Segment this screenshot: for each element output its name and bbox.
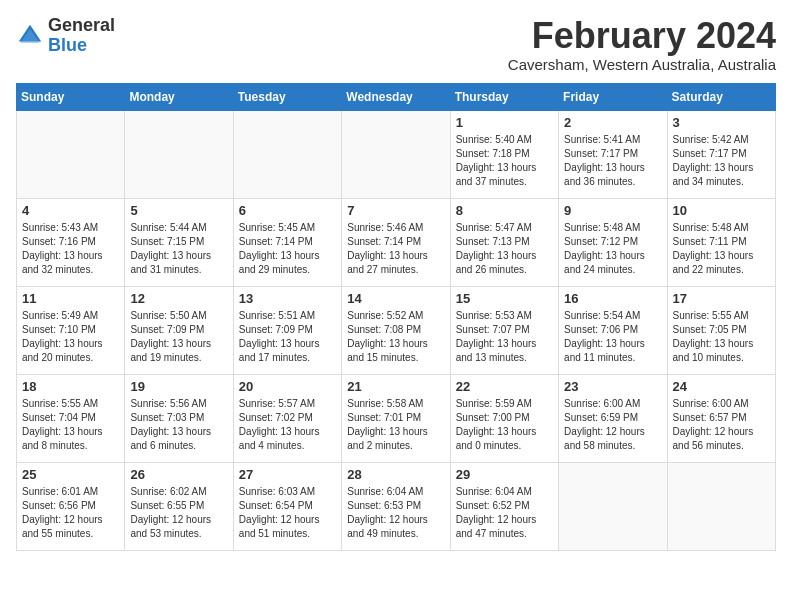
- day-number: 21: [347, 379, 444, 394]
- day-number: 22: [456, 379, 553, 394]
- calendar-cell: 8Sunrise: 5:47 AMSunset: 7:13 PMDaylight…: [450, 198, 558, 286]
- weekday-header-sunday: Sunday: [17, 83, 125, 110]
- week-row-2: 4Sunrise: 5:43 AMSunset: 7:16 PMDaylight…: [17, 198, 776, 286]
- calendar-cell: 2Sunrise: 5:41 AMSunset: 7:17 PMDaylight…: [559, 110, 667, 198]
- week-row-5: 25Sunrise: 6:01 AMSunset: 6:56 PMDayligh…: [17, 462, 776, 550]
- calendar-cell: 3Sunrise: 5:42 AMSunset: 7:17 PMDaylight…: [667, 110, 775, 198]
- day-detail: Sunrise: 5:55 AMSunset: 7:05 PMDaylight:…: [673, 309, 770, 365]
- calendar-cell: [342, 110, 450, 198]
- day-detail: Sunrise: 5:50 AMSunset: 7:09 PMDaylight:…: [130, 309, 227, 365]
- calendar-cell: 26Sunrise: 6:02 AMSunset: 6:55 PMDayligh…: [125, 462, 233, 550]
- day-detail: Sunrise: 5:41 AMSunset: 7:17 PMDaylight:…: [564, 133, 661, 189]
- day-number: 13: [239, 291, 336, 306]
- calendar-cell: 6Sunrise: 5:45 AMSunset: 7:14 PMDaylight…: [233, 198, 341, 286]
- calendar-table: SundayMondayTuesdayWednesdayThursdayFrid…: [16, 83, 776, 551]
- calendar-cell: 22Sunrise: 5:59 AMSunset: 7:00 PMDayligh…: [450, 374, 558, 462]
- day-number: 16: [564, 291, 661, 306]
- day-number: 26: [130, 467, 227, 482]
- day-detail: Sunrise: 5:56 AMSunset: 7:03 PMDaylight:…: [130, 397, 227, 453]
- calendar-cell: 4Sunrise: 5:43 AMSunset: 7:16 PMDaylight…: [17, 198, 125, 286]
- day-number: 3: [673, 115, 770, 130]
- location-text: Caversham, Western Australia, Australia: [508, 56, 776, 73]
- day-number: 27: [239, 467, 336, 482]
- calendar-cell: [667, 462, 775, 550]
- calendar-cell: [17, 110, 125, 198]
- logo-general-text: General: [48, 15, 115, 35]
- calendar-cell: [125, 110, 233, 198]
- day-number: 29: [456, 467, 553, 482]
- day-detail: Sunrise: 5:47 AMSunset: 7:13 PMDaylight:…: [456, 221, 553, 277]
- day-number: 28: [347, 467, 444, 482]
- page-header: General Blue February 2024 Caversham, We…: [16, 16, 776, 73]
- day-number: 4: [22, 203, 119, 218]
- day-number: 1: [456, 115, 553, 130]
- calendar-cell: 24Sunrise: 6:00 AMSunset: 6:57 PMDayligh…: [667, 374, 775, 462]
- day-detail: Sunrise: 5:51 AMSunset: 7:09 PMDaylight:…: [239, 309, 336, 365]
- day-number: 25: [22, 467, 119, 482]
- day-detail: Sunrise: 5:40 AMSunset: 7:18 PMDaylight:…: [456, 133, 553, 189]
- day-detail: Sunrise: 5:59 AMSunset: 7:00 PMDaylight:…: [456, 397, 553, 453]
- day-detail: Sunrise: 6:04 AMSunset: 6:52 PMDaylight:…: [456, 485, 553, 541]
- day-detail: Sunrise: 6:03 AMSunset: 6:54 PMDaylight:…: [239, 485, 336, 541]
- day-detail: Sunrise: 5:48 AMSunset: 7:12 PMDaylight:…: [564, 221, 661, 277]
- calendar-cell: [233, 110, 341, 198]
- weekday-header-thursday: Thursday: [450, 83, 558, 110]
- header-row: SundayMondayTuesdayWednesdayThursdayFrid…: [17, 83, 776, 110]
- title-block: February 2024 Caversham, Western Austral…: [508, 16, 776, 73]
- day-number: 17: [673, 291, 770, 306]
- calendar-cell: 25Sunrise: 6:01 AMSunset: 6:56 PMDayligh…: [17, 462, 125, 550]
- calendar-cell: 17Sunrise: 5:55 AMSunset: 7:05 PMDayligh…: [667, 286, 775, 374]
- day-detail: Sunrise: 5:52 AMSunset: 7:08 PMDaylight:…: [347, 309, 444, 365]
- day-number: 5: [130, 203, 227, 218]
- calendar-cell: 10Sunrise: 5:48 AMSunset: 7:11 PMDayligh…: [667, 198, 775, 286]
- week-row-1: 1Sunrise: 5:40 AMSunset: 7:18 PMDaylight…: [17, 110, 776, 198]
- day-detail: Sunrise: 5:55 AMSunset: 7:04 PMDaylight:…: [22, 397, 119, 453]
- day-number: 8: [456, 203, 553, 218]
- day-detail: Sunrise: 5:54 AMSunset: 7:06 PMDaylight:…: [564, 309, 661, 365]
- day-detail: Sunrise: 5:46 AMSunset: 7:14 PMDaylight:…: [347, 221, 444, 277]
- day-detail: Sunrise: 5:57 AMSunset: 7:02 PMDaylight:…: [239, 397, 336, 453]
- logo-blue-text: Blue: [48, 35, 87, 55]
- week-row-4: 18Sunrise: 5:55 AMSunset: 7:04 PMDayligh…: [17, 374, 776, 462]
- week-row-3: 11Sunrise: 5:49 AMSunset: 7:10 PMDayligh…: [17, 286, 776, 374]
- day-detail: Sunrise: 6:04 AMSunset: 6:53 PMDaylight:…: [347, 485, 444, 541]
- calendar-cell: 9Sunrise: 5:48 AMSunset: 7:12 PMDaylight…: [559, 198, 667, 286]
- weekday-header-monday: Monday: [125, 83, 233, 110]
- day-number: 12: [130, 291, 227, 306]
- day-detail: Sunrise: 5:48 AMSunset: 7:11 PMDaylight:…: [673, 221, 770, 277]
- day-detail: Sunrise: 6:00 AMSunset: 6:57 PMDaylight:…: [673, 397, 770, 453]
- day-detail: Sunrise: 6:00 AMSunset: 6:59 PMDaylight:…: [564, 397, 661, 453]
- calendar-cell: 23Sunrise: 6:00 AMSunset: 6:59 PMDayligh…: [559, 374, 667, 462]
- calendar-cell: 29Sunrise: 6:04 AMSunset: 6:52 PMDayligh…: [450, 462, 558, 550]
- weekday-header-friday: Friday: [559, 83, 667, 110]
- day-detail: Sunrise: 5:45 AMSunset: 7:14 PMDaylight:…: [239, 221, 336, 277]
- day-number: 18: [22, 379, 119, 394]
- calendar-cell: [559, 462, 667, 550]
- day-number: 2: [564, 115, 661, 130]
- calendar-cell: 1Sunrise: 5:40 AMSunset: 7:18 PMDaylight…: [450, 110, 558, 198]
- logo-icon: [16, 22, 44, 50]
- calendar-cell: 19Sunrise: 5:56 AMSunset: 7:03 PMDayligh…: [125, 374, 233, 462]
- day-detail: Sunrise: 5:42 AMSunset: 7:17 PMDaylight:…: [673, 133, 770, 189]
- day-number: 7: [347, 203, 444, 218]
- day-detail: Sunrise: 5:53 AMSunset: 7:07 PMDaylight:…: [456, 309, 553, 365]
- day-number: 23: [564, 379, 661, 394]
- calendar-cell: 5Sunrise: 5:44 AMSunset: 7:15 PMDaylight…: [125, 198, 233, 286]
- day-detail: Sunrise: 5:43 AMSunset: 7:16 PMDaylight:…: [22, 221, 119, 277]
- calendar-cell: 14Sunrise: 5:52 AMSunset: 7:08 PMDayligh…: [342, 286, 450, 374]
- day-number: 10: [673, 203, 770, 218]
- day-number: 24: [673, 379, 770, 394]
- month-title: February 2024: [508, 16, 776, 56]
- day-detail: Sunrise: 6:02 AMSunset: 6:55 PMDaylight:…: [130, 485, 227, 541]
- calendar-cell: 12Sunrise: 5:50 AMSunset: 7:09 PMDayligh…: [125, 286, 233, 374]
- day-number: 9: [564, 203, 661, 218]
- calendar-cell: 27Sunrise: 6:03 AMSunset: 6:54 PMDayligh…: [233, 462, 341, 550]
- day-number: 6: [239, 203, 336, 218]
- day-detail: Sunrise: 5:44 AMSunset: 7:15 PMDaylight:…: [130, 221, 227, 277]
- calendar-cell: 11Sunrise: 5:49 AMSunset: 7:10 PMDayligh…: [17, 286, 125, 374]
- calendar-cell: 7Sunrise: 5:46 AMSunset: 7:14 PMDaylight…: [342, 198, 450, 286]
- day-number: 20: [239, 379, 336, 394]
- calendar-cell: 13Sunrise: 5:51 AMSunset: 7:09 PMDayligh…: [233, 286, 341, 374]
- weekday-header-wednesday: Wednesday: [342, 83, 450, 110]
- day-number: 19: [130, 379, 227, 394]
